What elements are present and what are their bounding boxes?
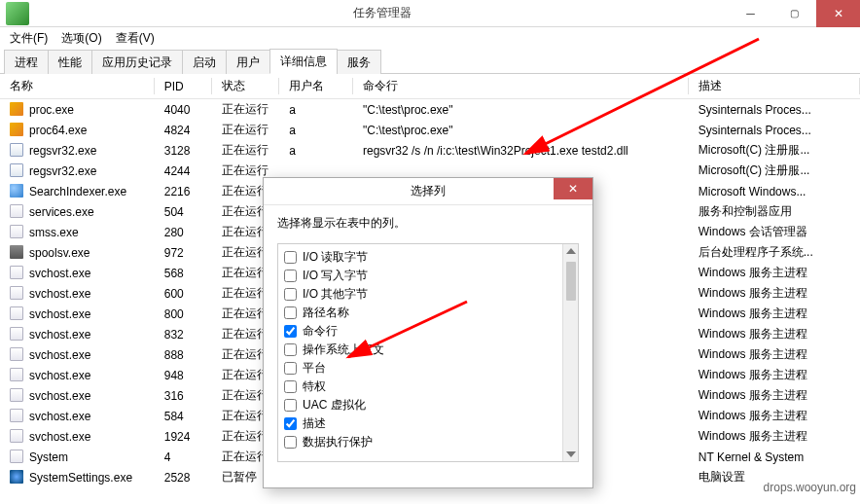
process-icon — [10, 409, 23, 422]
column-label: 命令行 — [303, 323, 338, 340]
column-checkbox[interactable] — [284, 288, 297, 301]
process-icon — [10, 347, 23, 361]
column-option[interactable]: 数据执行保护 — [284, 433, 572, 451]
cell-pid: 888 — [155, 344, 212, 365]
tab-5[interactable]: 详细信息 — [269, 49, 338, 74]
column-checkbox[interactable] — [284, 251, 297, 264]
column-option[interactable]: I/O 写入字节 — [284, 267, 572, 285]
cell-desc: Sysinternals Proces... — [689, 99, 860, 121]
dialog-close-button[interactable]: ✕ — [554, 178, 592, 199]
col-pid[interactable]: PID — [155, 74, 212, 99]
process-icon — [10, 368, 23, 381]
cell-user: a — [279, 99, 353, 121]
col-status[interactable]: 状态 — [212, 74, 280, 99]
column-option[interactable]: I/O 读取字节 — [284, 248, 572, 267]
tabbar: 进程性能应用历史记录启动用户详细信息服务 — [0, 49, 860, 74]
column-label: UAC 虚拟化 — [303, 397, 366, 414]
process-icon — [10, 204, 23, 218]
cell-desc: Windows 服务主进程 — [689, 365, 860, 385]
column-option[interactable]: 命令行 — [284, 322, 572, 341]
table-row[interactable]: proc64.exe4824正在运行a"C:\test\proc.exe"Sys… — [0, 120, 860, 140]
column-checkbox[interactable] — [284, 436, 297, 449]
column-option[interactable]: 路径名称 — [284, 304, 572, 322]
process-icon — [10, 184, 23, 198]
tab-2[interactable]: 应用历史记录 — [91, 50, 183, 74]
dialog-titlebar[interactable]: 选择列 ✕ — [264, 178, 592, 205]
cell-pid: 600 — [155, 283, 212, 304]
scrollbar-thumb[interactable] — [566, 262, 576, 301]
column-checkbox[interactable] — [284, 417, 297, 430]
tab-0[interactable]: 进程 — [4, 50, 49, 74]
process-icon — [10, 245, 23, 259]
menu-options[interactable]: 选项(O) — [55, 28, 107, 49]
column-checkbox[interactable] — [284, 343, 297, 356]
cell-pid: 280 — [155, 222, 212, 242]
process-icon — [10, 266, 23, 279]
col-user[interactable]: 用户名 — [279, 74, 353, 99]
process-name: regsvr32.exe — [29, 144, 96, 158]
cell-pid: 972 — [155, 242, 212, 263]
process-name: SearchIndexer.exe — [29, 185, 126, 198]
cell-desc: Windows 服务主进程 — [689, 304, 860, 324]
column-label: I/O 写入字节 — [303, 268, 368, 284]
cell-desc: Windows 服务主进程 — [689, 283, 860, 304]
tab-1[interactable]: 性能 — [48, 50, 92, 74]
process-name: spoolsv.exe — [29, 246, 90, 260]
column-option[interactable]: 描述 — [284, 414, 572, 433]
column-option[interactable]: I/O 其他字节 — [284, 285, 572, 304]
cell-pid: 584 — [155, 406, 212, 426]
column-option[interactable]: UAC 虚拟化 — [284, 396, 572, 414]
menu-view[interactable]: 查看(V) — [110, 28, 161, 49]
cell-pid: 4244 — [155, 161, 212, 181]
table-row[interactable]: proc.exe4040正在运行a"C:\test\proc.exe"Sysin… — [0, 99, 860, 121]
cell-status: 正在运行 — [212, 140, 280, 161]
column-checkbox[interactable] — [284, 270, 297, 282]
process-name: services.exe — [29, 205, 94, 219]
maximize-button[interactable]: ▢ — [772, 0, 816, 27]
process-icon — [10, 163, 23, 177]
tab-4[interactable]: 用户 — [226, 50, 270, 74]
process-icon — [10, 327, 23, 341]
process-name: proc.exe — [29, 103, 74, 117]
column-checkbox[interactable] — [284, 362, 297, 375]
column-checkbox[interactable] — [284, 306, 297, 319]
cell-pid: 2528 — [155, 467, 212, 487]
process-name: svchost.exe — [29, 307, 90, 321]
cell-desc: Microsoft(C) 注册服... — [689, 140, 860, 161]
column-checkbox[interactable] — [284, 325, 297, 338]
process-name: svchost.exe — [29, 389, 90, 403]
column-label: 描述 — [303, 415, 326, 432]
menu-file[interactable]: 文件(F) — [4, 28, 54, 49]
column-checkbox[interactable] — [284, 380, 297, 393]
column-checkbox[interactable] — [284, 399, 297, 412]
close-button[interactable]: ✕ — [816, 0, 860, 27]
column-option[interactable]: 平台 — [284, 359, 572, 378]
col-cmd[interactable]: 命令行 — [353, 74, 689, 99]
cell-desc: Windows 服务主进程 — [689, 426, 860, 447]
dialog-scrollbar[interactable] — [562, 244, 578, 461]
table-row[interactable]: regsvr32.exe3128正在运行aregsvr32 /s /n /i:c… — [0, 140, 860, 161]
cell-status: 正在运行 — [212, 120, 280, 140]
process-name: System — [29, 450, 68, 464]
tab-3[interactable]: 启动 — [182, 50, 227, 74]
process-name: svchost.exe — [29, 369, 90, 382]
cell-desc: Windows 服务主进程 — [689, 263, 860, 283]
column-option[interactable]: 特权 — [284, 378, 572, 396]
cell-desc: Windows 服务主进程 — [689, 324, 860, 344]
cell-pid: 4 — [155, 447, 212, 467]
col-desc[interactable]: 描述 — [689, 74, 860, 99]
tab-6[interactable]: 服务 — [337, 50, 381, 74]
cell-pid: 3128 — [155, 140, 212, 161]
dialog-column-list: I/O 读取字节I/O 写入字节I/O 其他字节路径名称命令行操作系统上下文平台… — [277, 243, 579, 462]
cell-pid: 948 — [155, 365, 212, 385]
process-name: regsvr32.exe — [29, 164, 96, 178]
header-row: 名称 PID 状态 用户名 命令行 描述 — [0, 74, 860, 99]
process-icon — [10, 102, 23, 116]
cell-cmd: "C:\test\proc.exe" — [353, 120, 689, 140]
cell-desc: 服务和控制器应用 — [689, 201, 860, 222]
cell-pid: 800 — [155, 304, 212, 324]
column-option[interactable]: 操作系统上下文 — [284, 341, 572, 359]
col-name[interactable]: 名称 — [0, 74, 155, 99]
menubar: 文件(F) 选项(O) 查看(V) — [0, 27, 860, 49]
minimize-button[interactable]: ─ — [729, 0, 772, 27]
